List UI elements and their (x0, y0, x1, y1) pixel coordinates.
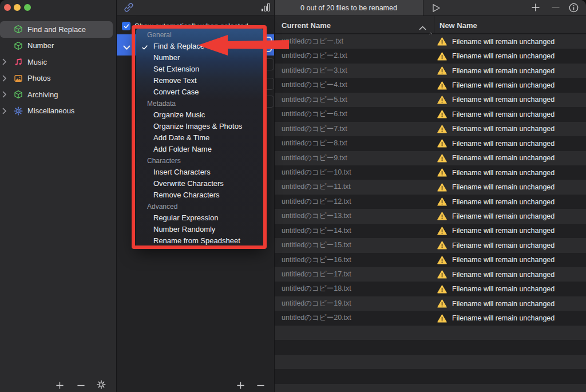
file-table-row[interactable]: untitledのコピー8.txt Filename will remain u… (275, 136, 586, 151)
sidebar-item-label: Archiving (27, 90, 58, 99)
zoom-button[interactable] (24, 4, 31, 11)
gear-icon (14, 106, 23, 116)
file-table-header: Current Name New Name (275, 15, 586, 34)
file-table-row[interactable]: untitledのコピー19.txt Filename will remain … (275, 296, 586, 311)
warning-text: Filename will remain unchanged (452, 300, 555, 308)
chevron-down-icon[interactable] (123, 42, 130, 47)
warning-icon (437, 285, 447, 294)
file-table-row[interactable]: untitledのコピー5.txt Filename will remain u… (275, 93, 586, 107)
chevron-right-icon[interactable] (2, 75, 9, 82)
warning-icon (437, 314, 447, 323)
file-table-row[interactable]: untitledのコピー.txt Filename will remain un… (275, 34, 586, 49)
remove-files-button[interactable] (551, 3, 560, 12)
current-name-cell: untitledのコピー6.txt (282, 107, 347, 121)
remove-preset-button[interactable] (76, 380, 86, 390)
sidebar-item[interactable]: Number (0, 38, 113, 54)
cube-icon (14, 25, 23, 34)
warning-icon (437, 197, 447, 206)
cube-icon (14, 41, 23, 50)
minimize-button[interactable] (14, 4, 21, 11)
column-divider[interactable] (434, 16, 434, 34)
current-name-cell: untitledのコピー10.txt (282, 165, 351, 180)
chevron-right-icon[interactable] (2, 58, 9, 65)
new-name-cell: Filename will remain unchanged (437, 267, 555, 282)
statistics-chart-icon[interactable] (261, 3, 270, 12)
current-name-cell: untitledのコピー13.txt (282, 209, 351, 223)
sidebar: Find and Replace Number Music Photos Arc… (0, 0, 116, 392)
preset-list: Find and Replace Number Music Photos Arc… (0, 21, 116, 119)
new-name-cell: Filename will remain unchanged (437, 282, 555, 296)
sidebar-item[interactable]: Music (0, 54, 113, 70)
file-table-row[interactable]: untitledのコピー20.txt Filename will remain … (275, 311, 586, 325)
current-name-cell: untitledのコピー20.txt (282, 311, 351, 325)
file-table-row[interactable]: untitledのコピー11.txt Filename will remain … (275, 180, 586, 194)
annotation-highlight-rectangle (132, 25, 267, 249)
warning-text: Filename will remain unchanged (452, 271, 555, 279)
renamer-app-window: Find and Replace Number Music Photos Arc… (0, 0, 586, 392)
column-header-new-name[interactable]: New Name (440, 21, 477, 30)
new-name-cell: Filename will remain unchanged (437, 151, 555, 165)
file-table-row[interactable]: untitledのコピー15.txt Filename will remain … (275, 238, 586, 252)
file-table-row[interactable]: untitledのコピー16.txt Filename will remain … (275, 253, 586, 267)
chevron-right-icon[interactable] (2, 108, 9, 114)
sidebar-item[interactable]: Find and Replace (0, 21, 113, 38)
file-table-row[interactable]: untitledのコピー12.txt Filename will remain … (275, 195, 586, 209)
file-table-row[interactable]: untitledのコピー13.txt Filename will remain … (275, 209, 586, 223)
link-icon[interactable] (124, 2, 134, 13)
file-table-row[interactable]: untitledのコピー9.txt Filename will remain u… (275, 151, 586, 165)
chevron-right-icon[interactable] (2, 91, 9, 98)
info-icon[interactable] (569, 3, 579, 13)
file-table-row[interactable]: untitledのコピー2.txt Filename will remain u… (275, 49, 586, 63)
warning-text: Filename will remain unchanged (452, 52, 555, 60)
action-panel-toolbar (117, 0, 275, 15)
add-action-button[interactable] (235, 380, 246, 390)
current-name-cell: untitledのコピー7.txt (282, 122, 347, 136)
file-table-row[interactable]: untitledのコピー18.txt Filename will remain … (275, 282, 586, 296)
warning-text: Filename will remain unchanged (452, 154, 555, 162)
warning-text: Filename will remain unchanged (452, 256, 555, 264)
sort-ascending-icon[interactable] (419, 22, 426, 27)
new-name-cell: Filename will remain unchanged (437, 238, 555, 252)
sidebar-item[interactable]: Miscellaneous (0, 103, 113, 120)
new-name-cell: Filename will remain unchanged (437, 209, 555, 223)
warning-text: Filename will remain unchanged (452, 81, 555, 89)
file-table-row[interactable]: untitledのコピー14.txt Filename will remain … (275, 224, 586, 238)
current-name-cell: untitledのコピー18.txt (282, 282, 351, 296)
sidebar-item[interactable]: Photos (0, 70, 113, 87)
close-button[interactable] (4, 4, 11, 11)
column-header-current-name[interactable]: Current Name (282, 21, 331, 30)
warning-text: Filename will remain unchanged (452, 314, 555, 322)
remove-action-button[interactable] (255, 380, 266, 390)
new-name-cell: Filename will remain unchanged (437, 180, 555, 194)
file-table-row[interactable]: untitledのコピー4.txt Filename will remain u… (275, 78, 586, 92)
warning-icon (437, 139, 447, 148)
file-table-row[interactable]: untitledのコピー7.txt Filename will remain u… (275, 122, 586, 136)
sidebar-item[interactable]: Archiving (0, 86, 113, 103)
warning-icon (437, 270, 447, 279)
warning-text: Filename will remain unchanged (452, 38, 555, 46)
new-name-cell: Filename will remain unchanged (437, 34, 555, 49)
add-files-button[interactable] (531, 3, 540, 12)
settings-gear-icon[interactable] (96, 379, 106, 390)
current-name-cell: untitledのコピー8.txt (282, 136, 347, 151)
warning-icon (437, 256, 447, 264)
warning-icon (437, 37, 447, 46)
add-preset-button[interactable] (54, 380, 65, 390)
warning-text: Filename will remain unchanged (452, 212, 555, 220)
new-name-cell: Filename will remain unchanged (437, 64, 555, 78)
column-resize-handle[interactable] (427, 29, 433, 33)
file-table-row[interactable]: untitledのコピー3.txt Filename will remain u… (275, 64, 586, 78)
current-name-cell: untitledのコピー3.txt (282, 64, 347, 78)
file-table-row[interactable]: untitledのコピー10.txt Filename will remain … (275, 165, 586, 180)
file-table-row[interactable]: untitledのコピー17.txt Filename will remain … (275, 267, 586, 282)
sidebar-item-label: Miscellaneous (27, 106, 74, 115)
current-name-cell: untitledのコピー17.txt (282, 267, 351, 282)
auto-show-checkbox[interactable] (122, 22, 130, 30)
warning-icon (437, 96, 447, 104)
warning-text: Filename will remain unchanged (452, 110, 555, 118)
file-table-row[interactable]: untitledのコピー6.txt Filename will remain u… (275, 107, 586, 121)
run-rename-play-icon[interactable] (432, 3, 441, 13)
warning-text: Filename will remain unchanged (452, 96, 555, 104)
warning-text: Filename will remain unchanged (452, 67, 555, 75)
cube-icon (14, 90, 23, 99)
